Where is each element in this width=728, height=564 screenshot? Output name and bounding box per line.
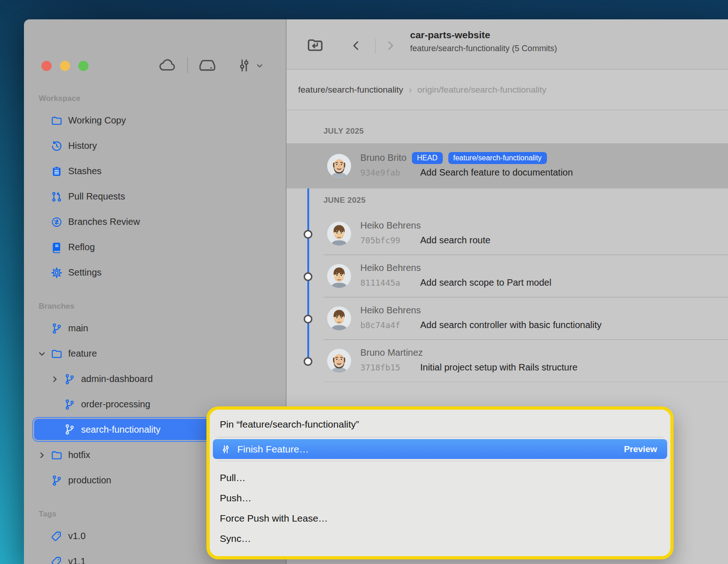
sidebar-item-label: order-processing <box>81 399 150 410</box>
commit-author: Heiko Behrens <box>360 263 421 273</box>
sidebar-item-label: search-functionality <box>81 424 160 435</box>
chevron-down-icon <box>255 61 264 70</box>
branch-icon <box>64 373 76 385</box>
menu-item-push[interactable]: Push… <box>210 488 670 508</box>
branch-breadcrumb: feature/search-functionality › origin/fe… <box>287 70 728 110</box>
sidebar-item-pull-requests[interactable]: Pull Requests <box>24 184 286 209</box>
folder-icon <box>51 449 63 461</box>
commit-details: Bruno Brito HEAD feature/search-function… <box>360 152 728 179</box>
commit-message: Add Search feature to documentation <box>420 167 573 178</box>
commit-row[interactable]: Heiko Behrens b8c74a4f Add search contro… <box>287 297 728 340</box>
menu-item-force-push-with-lease[interactable]: Force Push with Lease… <box>210 508 670 529</box>
sidebar-item-branch-admin-dashboard[interactable]: admin-dashboard <box>24 366 286 392</box>
commit-message: Add search scope to Part model <box>420 277 552 288</box>
sidebar-item-reflog[interactable]: Reflog <box>24 235 286 260</box>
commit-details: Heiko Behrens b8c74a4f Add search contro… <box>360 304 728 331</box>
nav-separator <box>375 39 376 53</box>
zoom-window-button[interactable] <box>78 61 88 71</box>
branch-icon <box>64 423 76 435</box>
sidebar-item-label: Reflog <box>68 242 95 253</box>
minimize-window-button[interactable] <box>60 61 70 71</box>
forward-button[interactable] <box>384 40 396 52</box>
avatar <box>327 264 351 288</box>
repo-title: car-parts-website <box>410 29 557 41</box>
commit-hash: 8111445a <box>360 278 420 288</box>
commit-author: Heiko Behrens <box>360 220 421 231</box>
commit-author-line: Bruno Brito HEAD feature/search-function… <box>360 152 728 164</box>
commit-message-line: 8111445a Add search scope to Part model <box>360 276 728 289</box>
commit-row[interactable]: Heiko Behrens 8111445a Add search scope … <box>287 255 728 297</box>
sidebar-item-working-copy[interactable]: Working Copy <box>24 108 286 133</box>
reflog-book-icon <box>51 241 63 253</box>
sidebar-item-branch-group-feature[interactable]: feature <box>24 341 286 366</box>
commit-message-line: b8c74a4f Add search controller with basi… <box>360 319 728 331</box>
commit-message-line: 705bfc99 Add search route <box>360 234 728 247</box>
open-working-copy-icon[interactable] <box>306 36 324 54</box>
sidebar-item-branches-review[interactable]: Branches Review <box>24 209 286 235</box>
sidebar-item-label: admin-dashboard <box>81 374 153 384</box>
folder-icon <box>51 115 63 127</box>
sidebar-item-label: v1.1 <box>68 556 86 564</box>
menu-item-pull[interactable]: Pull… <box>210 468 670 488</box>
repo-title-block: car-parts-website feature/search-functio… <box>410 29 557 53</box>
avatar <box>327 349 351 373</box>
commit-month-header: JUNE 2025 <box>287 188 728 212</box>
sidebar-item-label: Pull Requests <box>68 191 125 202</box>
avatar <box>327 154 351 178</box>
branch-badge: feature/search-functionality <box>448 152 547 164</box>
chevron-down-icon[interactable] <box>37 349 47 359</box>
sidebar-item-history[interactable]: History <box>24 133 286 159</box>
breadcrumb-chevron: › <box>409 84 412 95</box>
chevron-right-icon[interactable] <box>37 450 47 460</box>
commit-message: Add search controller with basic functio… <box>420 320 602 330</box>
preview-badge: Preview <box>624 444 657 454</box>
sidebar-item-label: v1.0 <box>68 531 86 541</box>
history-icon <box>51 140 63 152</box>
commit-row[interactable]: Bruno Brito HEAD feature/search-function… <box>287 143 728 188</box>
commit-author: Bruno Brito <box>360 153 406 163</box>
sidebar-item-stashes[interactable]: Stashes <box>24 159 286 184</box>
stashes-icon <box>51 165 63 177</box>
local-branch-crumb[interactable]: feature/search-functionality <box>298 85 403 95</box>
commit-message-line: 934e9fab Add Search feature to documenta… <box>360 166 728 179</box>
sidebar-item-settings[interactable]: Settings <box>24 260 286 285</box>
avatar <box>327 222 351 246</box>
sidebar-section-branches: Branches <box>24 297 286 316</box>
commit-author: Heiko Behrens <box>360 305 421 316</box>
branch-context-menu: Pin “feature/search-functionality” Finis… <box>206 406 674 559</box>
pull-request-icon <box>51 191 63 203</box>
commit-message-line: 3718fb15 Initial project setup with Rail… <box>360 361 728 374</box>
commit-author-line: Heiko Behrens <box>360 219 728 232</box>
commit-author: Bruno Martinez <box>360 347 423 358</box>
menu-item-sync[interactable]: Sync… <box>210 529 670 549</box>
gear-icon <box>51 267 63 279</box>
sidebar-item-label: production <box>68 475 111 486</box>
window-controls <box>41 61 88 71</box>
chevron-right-icon[interactable] <box>50 374 60 384</box>
commit-hash: 3718fb15 <box>360 363 420 372</box>
folder-icon <box>51 348 63 360</box>
menu-item-pin[interactable]: Pin “feature/search-functionality” <box>210 413 670 435</box>
git-flow-menu-button[interactable] <box>236 57 264 74</box>
menu-item-finish-feature[interactable]: Finish Feature… Preview <box>213 439 667 459</box>
cloud-icon[interactable] <box>159 56 177 75</box>
commit-author-line: Heiko Behrens <box>360 262 728 274</box>
sidebar-item-label: Stashes <box>68 166 101 176</box>
sidebar-item-branch-main[interactable]: main <box>24 316 286 341</box>
close-window-button[interactable] <box>41 61 52 71</box>
remote-branch-crumb[interactable]: origin/feature/search-functionality <box>417 85 546 95</box>
sidebar-item-label: Branches Review <box>68 217 140 227</box>
menu-separator <box>217 437 663 437</box>
drive-icon[interactable] <box>198 56 217 75</box>
commit-month-header: JULY 2025 <box>287 110 728 143</box>
back-button[interactable] <box>350 40 362 52</box>
commit-author-line: Heiko Behrens <box>360 304 728 317</box>
commit-details: Bruno Martinez 3718fb15 Initial project … <box>360 347 728 374</box>
sidebar-item-label: Working Copy <box>68 115 126 126</box>
sidebar-toolbar <box>159 56 264 75</box>
sidebar-item-label: History <box>68 141 97 151</box>
commit-message: Initial project setup with Rails structu… <box>420 362 577 373</box>
commit-row[interactable]: Bruno Martinez 3718fb15 Initial project … <box>287 340 728 382</box>
commit-row[interactable]: Heiko Behrens 705bfc99 Add search route … <box>287 212 728 255</box>
head-badge: HEAD <box>412 152 442 164</box>
